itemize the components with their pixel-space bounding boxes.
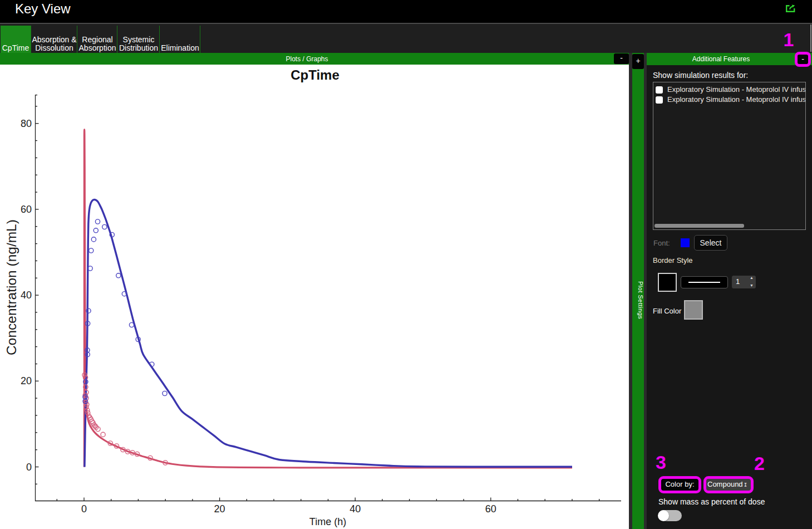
svg-text:60: 60 — [485, 503, 496, 515]
svg-text:20: 20 — [21, 375, 32, 386]
svg-text:CpTime: CpTime — [291, 67, 339, 82]
svg-text:80: 80 — [21, 118, 32, 129]
svg-text:40: 40 — [350, 503, 361, 515]
svg-text:40: 40 — [21, 290, 32, 301]
svg-text:0: 0 — [81, 503, 87, 515]
svg-text:60: 60 — [21, 204, 32, 215]
svg-text:Concentration (ng/mL): Concentration (ng/mL) — [4, 219, 19, 355]
svg-text:20: 20 — [214, 503, 225, 515]
svg-text:0: 0 — [26, 462, 32, 473]
svg-text:Time (h): Time (h) — [309, 516, 346, 527]
